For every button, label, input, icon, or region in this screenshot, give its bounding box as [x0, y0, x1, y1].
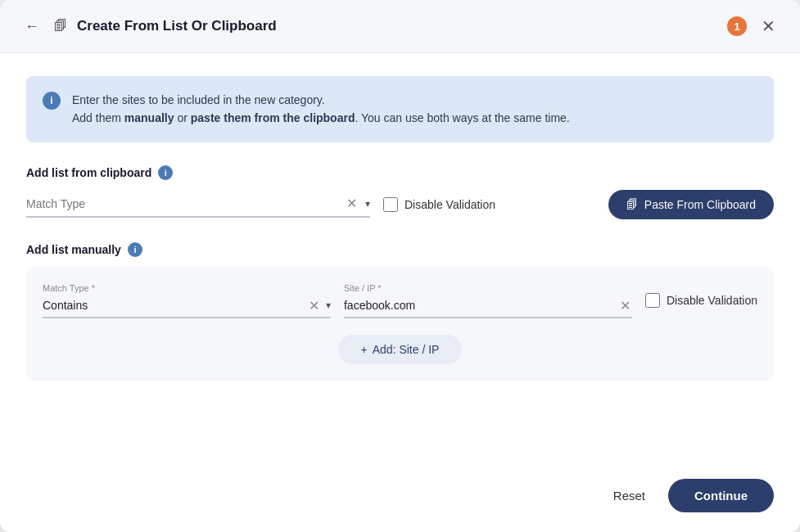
- manual-match-type-input-wrap: ✕ ▾: [43, 295, 331, 318]
- close-button[interactable]: ✕: [757, 15, 780, 38]
- clipboard-section-label: Add list from clipboard: [26, 166, 151, 179]
- manual-disable-validation-checkbox-label[interactable]: Disable Validation: [645, 293, 757, 308]
- manual-section: Add list manually i Match Type * ✕ ▾: [26, 242, 774, 381]
- manual-match-type-dropdown-button[interactable]: ▾: [326, 300, 331, 311]
- manual-info-icon: i: [128, 242, 142, 257]
- clipboard-info-icon: i: [158, 165, 173, 180]
- manual-match-type-input[interactable]: [43, 299, 302, 312]
- manual-site-ip-input-wrap: ✕: [344, 295, 632, 318]
- manual-row: Match Type * ✕ ▾ Site / IP * ✕: [43, 283, 757, 318]
- manual-section-box: Match Type * ✕ ▾ Site / IP * ✕: [26, 267, 774, 381]
- notification-badge: 1: [727, 16, 747, 36]
- paste-btn-label: Paste From Clipboard: [644, 198, 756, 211]
- info-bold-paste: paste them from the clipboard: [191, 111, 355, 124]
- info-line2-suffix: . You can use both ways at the same time…: [355, 111, 569, 124]
- add-btn-label: Add: Site / IP: [373, 343, 440, 356]
- clipboard-section: Add list from clipboard i ✕ ▾ Disable Va…: [26, 165, 774, 219]
- dialog: ← 🗐 Create From List Or Clipboard 1 ✕ i …: [0, 0, 800, 532]
- manual-site-ip-input[interactable]: [344, 299, 613, 312]
- dialog-title: Create From List Or Clipboard: [77, 18, 717, 34]
- disable-validation-checkbox[interactable]: [383, 197, 398, 212]
- continue-button[interactable]: Continue: [668, 479, 774, 512]
- dialog-footer: Reset Continue: [0, 466, 800, 532]
- add-site-ip-button[interactable]: + Add: Site / IP: [338, 335, 463, 364]
- dialog-body: i Enter the sites to be included in the …: [0, 53, 800, 466]
- dialog-header: ← 🗐 Create From List Or Clipboard 1 ✕: [0, 0, 800, 53]
- manual-section-header: Add list manually i: [26, 242, 774, 257]
- copy-icon: 🗐: [54, 19, 67, 34]
- manual-disable-validation-label: Disable Validation: [667, 294, 757, 307]
- match-type-dropdown-button[interactable]: ▾: [365, 198, 370, 210]
- info-text: Enter the sites to be included in the ne…: [72, 91, 570, 128]
- reset-button[interactable]: Reset: [603, 482, 655, 509]
- match-type-select[interactable]: ✕ ▾: [26, 191, 370, 218]
- paste-from-clipboard-button[interactable]: 🗐 Paste From Clipboard: [608, 190, 774, 219]
- paste-icon: 🗐: [626, 198, 638, 211]
- manual-disable-validation-checkbox[interactable]: [645, 293, 660, 308]
- info-line2-mid: or: [174, 111, 191, 124]
- match-type-input[interactable]: [26, 197, 338, 210]
- clipboard-row: ✕ ▾ Disable Validation 🗐 Paste From Clip…: [26, 190, 774, 219]
- info-bold-manually: manually: [124, 111, 174, 124]
- disable-validation-label: Disable Validation: [405, 198, 495, 211]
- manual-match-type-label: Match Type *: [43, 283, 331, 293]
- info-banner: i Enter the sites to be included in the …: [26, 76, 774, 142]
- disable-validation-checkbox-label[interactable]: Disable Validation: [383, 197, 495, 212]
- clipboard-section-header: Add list from clipboard i: [26, 165, 774, 180]
- match-type-clear-button[interactable]: ✕: [345, 196, 359, 211]
- manual-site-ip-group: Site / IP * ✕: [344, 283, 632, 318]
- manual-site-ip-label: Site / IP *: [344, 283, 632, 293]
- manual-match-type-clear-button[interactable]: ✕: [307, 298, 321, 313]
- info-icon: i: [43, 92, 61, 110]
- manual-match-type-group: Match Type * ✕ ▾: [43, 283, 331, 318]
- manual-site-ip-clear-button[interactable]: ✕: [618, 298, 632, 313]
- back-button[interactable]: ←: [20, 16, 44, 37]
- add-icon: +: [361, 343, 368, 356]
- info-line2: Add them manually or paste them from the…: [72, 109, 570, 127]
- info-line2-prefix: Add them: [72, 111, 124, 124]
- manual-section-label: Add list manually: [26, 243, 121, 256]
- info-line1: Enter the sites to be included in the ne…: [72, 91, 570, 109]
